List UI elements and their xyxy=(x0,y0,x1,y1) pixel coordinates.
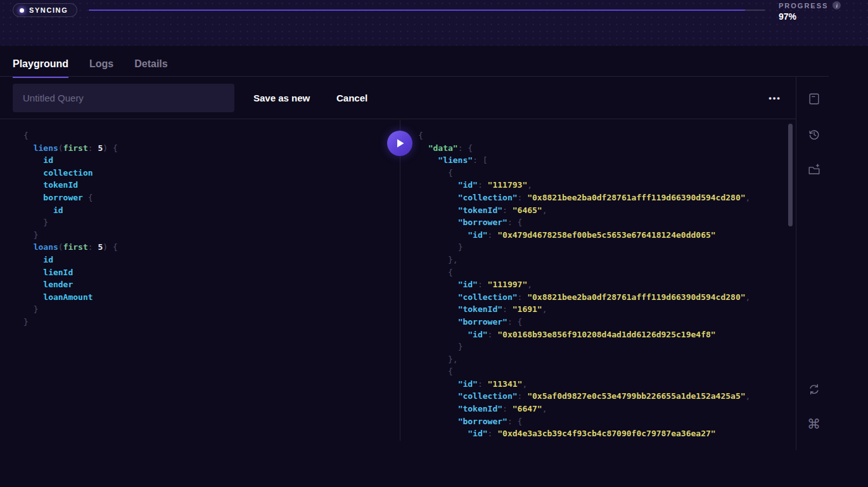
code-line: } xyxy=(418,341,788,353)
refresh-button[interactable] xyxy=(805,380,822,398)
code-line: "id": "0xd4e3a3cb39c4f93cb4c87090f0c7978… xyxy=(418,427,788,440)
cancel-button[interactable]: Cancel xyxy=(336,77,367,119)
code-line: lender xyxy=(23,278,400,291)
history-icon xyxy=(807,127,821,141)
code-line: lienId xyxy=(23,266,400,279)
new-folder-icon xyxy=(807,163,821,177)
code-line: "id": "111997", xyxy=(418,278,788,291)
code-line: "id": "111793", xyxy=(418,179,788,192)
response-scrollbar[interactable] xyxy=(788,124,793,226)
code-line: "liens": [ xyxy=(418,154,788,167)
code-line: { xyxy=(418,129,788,142)
refresh-icon xyxy=(807,382,821,396)
code-line: id xyxy=(23,154,400,167)
code-line: }, xyxy=(418,254,788,266)
history-button[interactable] xyxy=(805,126,822,143)
code-line: } xyxy=(418,241,788,254)
code-line: tokenId xyxy=(23,179,400,192)
progress-header: PROGRESS i 97% xyxy=(779,1,841,22)
tab-logs[interactable]: Logs xyxy=(89,58,113,78)
graphql-query-editor[interactable]: { liens(first: 5) { id collection tokenI… xyxy=(0,120,400,450)
code-line: liens(first: 5) { xyxy=(23,142,400,155)
code-line: borrower { xyxy=(23,192,400,204)
code-line: "tokenId": "1691", xyxy=(418,303,788,316)
sync-status-label: SYNCING xyxy=(29,6,68,14)
progress-label: PROGRESS xyxy=(779,2,828,10)
code-line: } xyxy=(23,303,400,316)
tab-details[interactable]: Details xyxy=(134,58,167,78)
code-line: id xyxy=(23,254,400,266)
sync-status-badge: SYNCING xyxy=(13,3,77,17)
code-line: "borrower": { xyxy=(418,216,788,229)
save-as-new-button[interactable]: Save as new xyxy=(253,77,310,119)
code-line: } xyxy=(23,316,400,328)
query-name-input[interactable] xyxy=(13,84,234,112)
sidebar-divider xyxy=(796,77,796,450)
code-line: "tokenId": "6647", xyxy=(418,403,788,415)
code-line: "tokenId": "6465", xyxy=(418,204,788,217)
code-line: loans(first: 5) { xyxy=(23,241,400,254)
code-line: loanAmount xyxy=(23,291,400,304)
query-toolbar: Save as new Cancel ••• xyxy=(0,77,796,119)
code-line: { xyxy=(23,129,400,142)
code-line: id xyxy=(23,204,400,217)
code-line: "collection": "0x5af0d9827e0c53e4799bb22… xyxy=(418,390,788,403)
header-band: SYNCING PROGRESS i 97% xyxy=(0,0,868,46)
code-line: "collection": "0x8821bee2ba0df28761afff1… xyxy=(418,192,788,204)
code-line: "data": { xyxy=(418,142,788,155)
code-line: { xyxy=(418,266,788,279)
code-line: "borrower": { xyxy=(418,316,788,328)
code-line: } xyxy=(23,229,400,242)
tab-playground[interactable]: Playground xyxy=(13,58,68,78)
progress-percent-value: 97% xyxy=(779,11,841,22)
progress-fill xyxy=(89,10,745,11)
new-query-folder-button[interactable] xyxy=(805,161,822,178)
code-line: collection xyxy=(23,167,400,179)
sync-pulse-dot-icon xyxy=(20,8,24,13)
info-icon[interactable]: i xyxy=(833,1,841,10)
code-line: "id": "0x0168b93e856f910208d4ad1dd6126d9… xyxy=(418,328,788,341)
keyboard-shortcuts-button[interactable]: ⌘ xyxy=(805,416,822,433)
code-line: "id": "11341", xyxy=(418,378,788,391)
query-response-viewer: { "data": { "liens": [ { "id": "111793",… xyxy=(400,120,788,441)
code-line: "borrower": { xyxy=(418,415,788,428)
more-options-button[interactable]: ••• xyxy=(760,77,789,119)
saved-queries-button[interactable] xyxy=(805,90,822,107)
code-line: { xyxy=(418,365,788,378)
code-line: "id": "0x479d4678258ef00be5c5653e6764181… xyxy=(418,229,788,242)
code-line: { xyxy=(418,167,788,179)
saved-queries-icon xyxy=(807,92,821,106)
command-icon: ⌘ xyxy=(807,418,820,431)
code-line: "collection": "0x8821bee2ba0df28761afff1… xyxy=(418,291,788,304)
code-line: } xyxy=(23,216,400,229)
tab-bar: Playground Logs Details xyxy=(13,58,168,78)
code-line: }, xyxy=(418,353,788,366)
sync-progress-bar xyxy=(89,10,765,11)
